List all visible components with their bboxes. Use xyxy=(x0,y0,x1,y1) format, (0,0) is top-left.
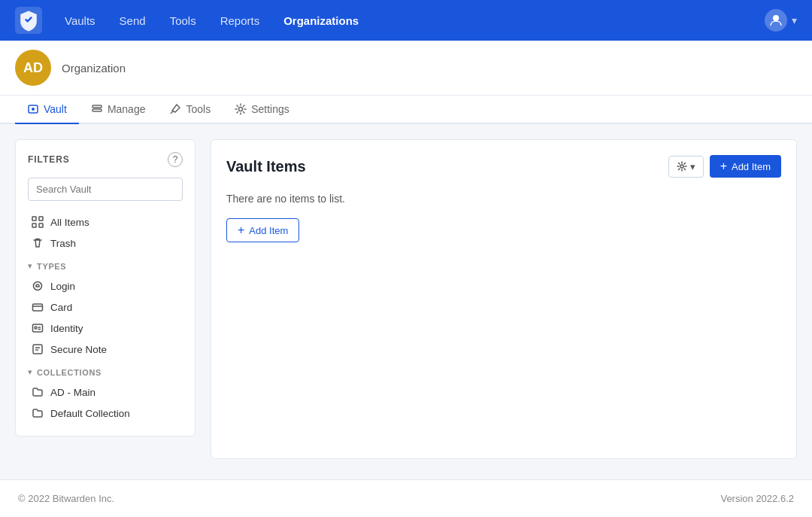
login-icon xyxy=(31,279,44,293)
filter-ad-main[interactable]: AD - Main xyxy=(28,382,183,403)
trash-label: Trash xyxy=(50,238,76,249)
types-chevron: ▾ xyxy=(28,261,32,271)
collections-chevron: ▾ xyxy=(28,367,32,377)
tab-settings-label: Settings xyxy=(251,103,289,115)
nav-user-menu[interactable]: ▾ xyxy=(765,9,797,32)
svg-rect-9 xyxy=(32,224,36,227)
tab-tools-label: Tools xyxy=(186,103,211,115)
svg-point-6 xyxy=(239,108,243,111)
svg-rect-8 xyxy=(39,217,43,220)
card-label: Card xyxy=(50,302,72,313)
add-item-button-inline[interactable]: + Add Item xyxy=(226,218,299,242)
types-section-label: TYPES xyxy=(37,262,66,271)
svg-rect-5 xyxy=(92,109,102,111)
add-item-inline-plus-icon: + xyxy=(238,224,244,236)
tab-manage[interactable]: Manage xyxy=(79,96,158,124)
manage-tab-icon xyxy=(91,103,103,115)
add-item-inline-label: Add Item xyxy=(249,225,288,236)
svg-rect-7 xyxy=(32,217,36,220)
gear-dropdown-icon: ▾ xyxy=(690,161,695,172)
org-avatar: AD xyxy=(15,50,51,86)
collection-ad-main-label: AD - Main xyxy=(50,387,95,398)
svg-point-3 xyxy=(32,108,35,111)
org-name: Organization xyxy=(62,62,126,75)
filters-help-button[interactable]: ? xyxy=(168,152,183,167)
all-items-icon xyxy=(31,215,44,229)
copyright: © 2022 Bitwarden Inc. xyxy=(18,493,114,504)
filter-secure-note[interactable]: Secure Note xyxy=(28,339,183,360)
top-nav: Vaults Send Tools Reports Organizations … xyxy=(0,0,812,41)
filter-trash[interactable]: Trash xyxy=(28,233,183,254)
svg-rect-10 xyxy=(39,224,43,227)
nav-vaults[interactable]: Vaults xyxy=(56,10,105,32)
collection-default-icon xyxy=(31,406,44,420)
trash-icon xyxy=(31,236,44,250)
empty-message: There are no items to list. xyxy=(226,193,781,205)
footer: © 2022 Bitwarden Inc. Version 2022.6.2 xyxy=(0,479,812,517)
svg-point-11 xyxy=(34,282,42,290)
secure-note-label: Secure Note xyxy=(50,344,107,355)
filter-default-collection[interactable]: Default Collection xyxy=(28,403,183,424)
nav-dropdown-icon: ▾ xyxy=(792,14,797,26)
nav-reports[interactable]: Reports xyxy=(211,10,269,32)
svg-rect-4 xyxy=(92,105,102,108)
filter-login[interactable]: Login xyxy=(28,275,183,297)
filter-all-items[interactable]: All Items xyxy=(28,211,183,233)
vault-actions: ▾ + Add Item xyxy=(668,155,781,178)
secure-note-icon xyxy=(31,342,44,356)
identity-icon xyxy=(31,321,44,335)
tab-tools[interactable]: Tools xyxy=(157,96,223,124)
nav-logo xyxy=(15,7,42,34)
collections-section-label: COLLECTIONS xyxy=(37,368,102,377)
search-input[interactable] xyxy=(28,178,183,201)
collection-ad-main-icon xyxy=(31,385,44,399)
tab-settings[interactable]: Settings xyxy=(223,96,301,124)
nav-organizations[interactable]: Organizations xyxy=(274,10,368,32)
nav-send[interactable]: Send xyxy=(111,10,155,32)
card-icon xyxy=(31,300,44,314)
tab-vault-label: Vault xyxy=(44,103,67,115)
nav-user-icon xyxy=(765,9,787,32)
svg-point-1 xyxy=(773,15,779,21)
svg-point-14 xyxy=(35,327,37,329)
add-item-plus-icon: + xyxy=(720,160,727,172)
org-header: AD Organization xyxy=(0,41,812,96)
filter-identity[interactable]: Identity xyxy=(28,318,183,339)
version: Version 2022.6.2 xyxy=(720,493,794,504)
vault-items-header: Vault Items ▾ + Add Item xyxy=(226,155,781,178)
nav-tools[interactable]: Tools xyxy=(161,10,205,32)
main-area: FILTERS ? All Items Trash ▾ TYPES Login xyxy=(0,124,812,474)
types-section-header[interactable]: ▾ TYPES xyxy=(28,261,183,271)
filters-header: FILTERS ? xyxy=(28,152,183,167)
filter-card[interactable]: Card xyxy=(28,297,183,318)
collections-section-header[interactable]: ▾ COLLECTIONS xyxy=(28,367,183,377)
svg-rect-12 xyxy=(33,304,43,311)
vault-items-panel: Vault Items ▾ + Add Item There are no it… xyxy=(211,139,797,459)
settings-tab-icon xyxy=(235,103,247,115)
tab-bar: Vault Manage Tools Settings xyxy=(0,96,812,124)
filters-title: FILTERS xyxy=(28,154,70,165)
gear-button[interactable]: ▾ xyxy=(668,156,704,178)
add-item-button-header[interactable]: + Add Item xyxy=(710,155,781,178)
tab-vault[interactable]: Vault xyxy=(15,96,79,124)
add-item-label-header: Add Item xyxy=(732,161,771,172)
tab-manage-label: Manage xyxy=(108,103,146,115)
all-items-label: All Items xyxy=(50,217,89,228)
filters-panel: FILTERS ? All Items Trash ▾ TYPES Login xyxy=(15,139,195,436)
collection-default-label: Default Collection xyxy=(50,408,130,419)
vault-tab-icon xyxy=(27,103,39,115)
svg-point-16 xyxy=(680,165,683,168)
svg-rect-15 xyxy=(33,345,42,354)
identity-label: Identity xyxy=(50,323,83,334)
login-label: Login xyxy=(50,281,75,292)
gear-icon xyxy=(677,161,687,172)
vault-items-title: Vault Items xyxy=(226,158,306,175)
tools-tab-icon xyxy=(169,103,181,115)
